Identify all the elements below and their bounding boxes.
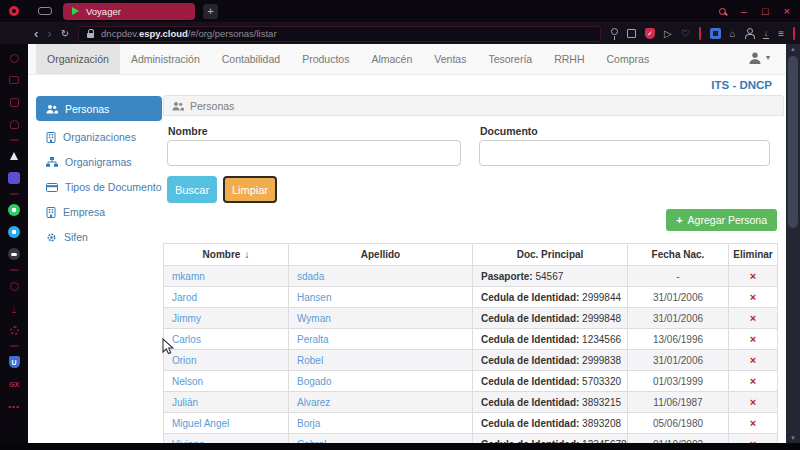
cell-nombre-link[interactable]: Jimmy: [164, 308, 289, 329]
browser-tab-bar: Voyager + – □ ×: [0, 0, 800, 23]
adblock-shield-icon[interactable]: ✓: [645, 28, 655, 39]
cell-apellido-link[interactable]: Robel: [289, 350, 473, 371]
cell-nombre-link[interactable]: Jarod: [164, 287, 289, 308]
cell-nombre-link[interactable]: mkamn: [164, 266, 289, 287]
nav-item-almacen[interactable]: Almacén: [360, 44, 423, 74]
nav-item-rrhh[interactable]: RRHH: [543, 44, 595, 74]
home-icon[interactable]: ⌂: [730, 28, 736, 39]
forward-button[interactable]: ›: [47, 27, 51, 40]
cell-apellido-link[interactable]: Bogado: [289, 371, 473, 392]
pinned-app-purple-icon[interactable]: [0, 167, 28, 189]
downloads-icon[interactable]: ↓: [763, 29, 770, 39]
ublock-icon: U: [9, 356, 20, 368]
easy-setup-icon[interactable]: [38, 7, 52, 15]
delete-row-button[interactable]: ×: [729, 392, 778, 413]
close-button[interactable]: ×: [784, 6, 790, 17]
whatsapp-icon[interactable]: [0, 199, 28, 221]
buscar-button[interactable]: Buscar: [167, 176, 217, 203]
column-header-doc-principal[interactable]: Doc. Principal: [473, 244, 628, 266]
nav-item-compras[interactable]: Compras: [596, 44, 661, 74]
cell-nombre-link[interactable]: Carlos: [164, 329, 289, 350]
opera-logo-icon[interactable]: [9, 6, 19, 16]
pinned-app-purple-icon: [8, 172, 20, 184]
player-icon[interactable]: ▷: [664, 28, 672, 39]
sidebar-item-sifen[interactable]: Sifen: [36, 227, 162, 247]
nav-item-organizacion[interactable]: Organización: [36, 44, 120, 74]
extension-icon[interactable]: [710, 28, 721, 39]
delete-row-button[interactable]: ×: [729, 287, 778, 308]
new-tab-button[interactable]: +: [203, 4, 218, 19]
settings-icon[interactable]: [0, 319, 28, 341]
user-menu[interactable]: ▾: [748, 51, 770, 65]
cell-nombre-link[interactable]: Viviano: [164, 434, 289, 444]
sidebar-item-empresa[interactable]: Empresa: [36, 202, 162, 222]
column-header-apellido[interactable]: Apellido: [289, 244, 473, 266]
nav-item-tesoreria[interactable]: Tesorería: [477, 44, 543, 74]
gx-logo[interactable]: GX: [0, 373, 28, 395]
cell-apellido-link[interactable]: Alvarez: [289, 392, 473, 413]
web-page: OrganizaciónAdministraciónContabilidadPr…: [28, 44, 786, 443]
gx-corner-icon[interactable]: [0, 47, 28, 69]
url-field[interactable]: dncpdev.espy.cloud/#/org/personas/listar: [78, 26, 601, 42]
column-header-nombre[interactable]: Nombre↓: [164, 244, 289, 266]
overflow-dots[interactable]: •••: [0, 395, 28, 417]
delete-row-button[interactable]: ×: [729, 350, 778, 371]
telegram-icon[interactable]: [0, 221, 28, 243]
limpiar-button[interactable]: Limpiar: [223, 176, 277, 203]
mods-icon[interactable]: [0, 91, 28, 113]
nav-item-productos[interactable]: Productos: [291, 44, 360, 74]
cell-nombre-link[interactable]: Nelson: [164, 371, 289, 392]
cell-nombre-link[interactable]: Orion: [164, 350, 289, 371]
browser-tab[interactable]: Voyager: [63, 3, 195, 20]
cell-apellido-link[interactable]: Wyman: [289, 308, 473, 329]
profile-icon[interactable]: [745, 28, 754, 39]
favorites-heart-icon[interactable]: ♡: [681, 28, 690, 39]
scroll-up-icon[interactable]: ▲: [786, 46, 800, 52]
easy-files-icon[interactable]: [0, 69, 28, 91]
cell-apellido-link[interactable]: Cabral: [289, 434, 473, 444]
downloads-icon[interactable]: ↓: [0, 297, 28, 319]
delete-row-button[interactable]: ×: [729, 371, 778, 392]
divider: [10, 193, 19, 195]
cell-apellido-link[interactable]: sdada: [289, 266, 473, 287]
table-row: CarlosPeraltaCedula de Identidad: 123456…: [164, 329, 778, 350]
menu-icon[interactable]: ≡: [778, 28, 784, 39]
discord-icon[interactable]: [0, 243, 28, 265]
history-icon[interactable]: [0, 275, 28, 297]
documento-input[interactable]: [479, 140, 770, 166]
ublock-icon[interactable]: U: [0, 351, 28, 373]
nombre-input[interactable]: [167, 140, 461, 166]
player-icon[interactable]: [0, 113, 28, 135]
scrollbar[interactable]: ▲ ▼: [786, 44, 800, 443]
back-button[interactable]: ‹: [34, 27, 38, 40]
nav-item-contabilidad[interactable]: Contabilidad: [211, 44, 291, 74]
sidebar-item-organizaciones[interactable]: Organizaciones: [36, 127, 162, 147]
cell-apellido-link[interactable]: Borja: [289, 413, 473, 434]
cell-nombre-link[interactable]: Miguel Angel: [164, 413, 289, 434]
search-icon[interactable]: [719, 8, 726, 15]
cell-apellido-link[interactable]: Peralta: [289, 329, 473, 350]
scrollbar-thumb[interactable]: [788, 56, 798, 228]
minimize-button[interactable]: –: [741, 6, 747, 17]
maximize-button[interactable]: □: [762, 6, 769, 17]
cell-apellido-link[interactable]: Hansen: [289, 287, 473, 308]
column-header-fecha-nac[interactable]: Fecha Nac.: [628, 244, 729, 266]
nav-item-administracion[interactable]: Administración: [120, 44, 211, 74]
nav-item-ventas[interactable]: Ventas: [423, 44, 477, 74]
column-header-eliminar[interactable]: Eliminar: [729, 244, 778, 266]
sidebar-item-organigramas[interactable]: Organigramas: [36, 152, 162, 172]
pin-icon[interactable]: [610, 28, 618, 40]
pinned-app-white-icon[interactable]: [0, 145, 28, 167]
screenshot-icon[interactable]: [627, 29, 636, 38]
delete-row-button[interactable]: ×: [729, 434, 778, 444]
reload-button[interactable]: ↻: [61, 28, 69, 39]
delete-row-button[interactable]: ×: [729, 329, 778, 350]
delete-row-button[interactable]: ×: [729, 308, 778, 329]
agregar-persona-button[interactable]: + Agregar Persona: [666, 209, 777, 231]
delete-row-button[interactable]: ×: [729, 266, 778, 287]
sidebar-item-tipos-de-documento[interactable]: Tipos de Documento: [36, 177, 162, 197]
cell-nombre-link[interactable]: Julián: [164, 392, 289, 413]
scroll-down-icon[interactable]: ▼: [786, 435, 800, 441]
delete-row-button[interactable]: ×: [729, 413, 778, 434]
sidebar-item-personas[interactable]: Personas: [36, 96, 162, 121]
